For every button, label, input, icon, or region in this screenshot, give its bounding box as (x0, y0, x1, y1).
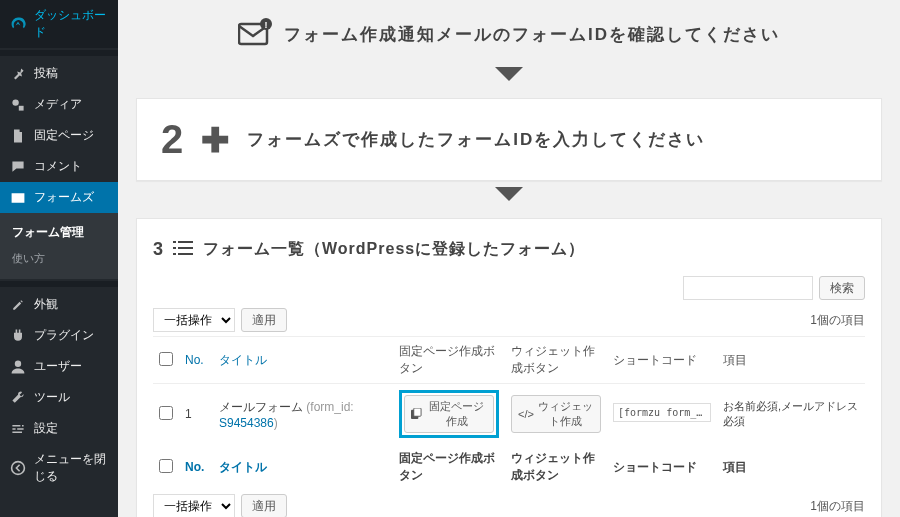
apply-button-bottom[interactable]: 適用 (241, 494, 287, 517)
col-fixed-btn: 固定ページ作成ボタン (393, 337, 505, 384)
submenu-item-howto[interactable]: 使い方 (0, 246, 118, 271)
sliders-icon (10, 421, 26, 437)
sidebar-item-media[interactable]: メディア (0, 89, 118, 120)
row-no: 1 (179, 384, 213, 445)
col-widget-btn: ウィジェット作成ボタン (505, 337, 607, 384)
table-header-row: No. タイトル 固定ページ作成ボタン ウィジェット作成ボタン ショートコード … (153, 337, 865, 384)
row-title-cell: メールフォーム (form_id: S9454386) (213, 384, 393, 445)
sidebar-label: 投稿 (34, 65, 58, 82)
bulk-action-select-bottom[interactable]: 一括操作 (153, 494, 235, 517)
step3-panel: 3 フォーム一覧（WordPressに登録したフォーム） 検索 一括操作 適用 … (136, 218, 882, 517)
copy-icon (411, 408, 422, 421)
step2-panel: 2 ✚ フォームズで作成したフォームIDを入力してください (136, 98, 882, 181)
select-all-checkbox-bottom[interactable] (159, 459, 173, 473)
step3-heading: 3 フォーム一覧（WordPressに登録したフォーム） (153, 233, 865, 272)
row-checkbox[interactable] (159, 406, 173, 420)
main-content: ! フォーム作成通知メールのフォームIDを確認してください 2 ✚ フォームズで… (118, 0, 900, 517)
form-id-close: ) (274, 416, 278, 430)
step3-number: 3 (153, 239, 163, 260)
sidebar-label: 設定 (34, 420, 58, 437)
sidebar-item-settings[interactable]: 設定 (0, 413, 118, 444)
sidebar-item-plugins[interactable]: プラグイン (0, 320, 118, 351)
col-shortcode: ショートコード (607, 444, 717, 490)
svg-rect-15 (414, 408, 421, 416)
step2-number: 2 (161, 117, 183, 162)
code-icon: </> (518, 408, 534, 420)
brush-icon (10, 297, 26, 313)
form-id-label: (form_id: (306, 400, 353, 414)
list-icon (173, 240, 193, 259)
sidebar-label: ユーザー (34, 358, 82, 375)
step2-title: フォームズで作成したフォームIDを入力してください (247, 128, 705, 151)
sidebar-label: メニューを閉じる (34, 451, 108, 485)
plug-icon (10, 328, 26, 344)
col-no[interactable]: No. (179, 444, 213, 490)
sidebar-item-users[interactable]: ユーザー (0, 351, 118, 382)
apply-button[interactable]: 適用 (241, 308, 287, 332)
envelope-alert-icon: ! (238, 18, 272, 51)
svg-rect-12 (173, 253, 176, 255)
bulk-action-select[interactable]: 一括操作 (153, 308, 235, 332)
step3-title: フォーム一覧（WordPressに登録したフォーム） (203, 239, 585, 260)
comment-icon (10, 159, 26, 175)
create-fixed-page-button[interactable]: 固定ページ作成 (404, 395, 494, 433)
sidebar-label: 外観 (34, 296, 58, 313)
search-row: 検索 (153, 272, 865, 304)
wrench-icon (10, 390, 26, 406)
sidebar-label: ダッシュボード (34, 7, 108, 41)
sidebar-label: プラグイン (34, 327, 94, 344)
search-button[interactable]: 検索 (819, 276, 865, 300)
create-widget-button[interactable]: </> ウィジェット作成 (511, 395, 601, 433)
col-title[interactable]: タイトル (213, 337, 393, 384)
sidebar-label: ツール (34, 389, 70, 406)
item-count: 1個の項目 (810, 312, 865, 329)
search-input[interactable] (683, 276, 813, 300)
bulk-actions-top: 一括操作 適用 1個の項目 (153, 304, 865, 336)
highlight-box: 固定ページ作成 (399, 390, 499, 438)
down-arrow (136, 61, 882, 98)
sidebar-item-collapse[interactable]: メニューを閉じる (0, 444, 118, 492)
svg-rect-10 (173, 247, 176, 249)
btn-label: ウィジェット作成 (538, 399, 594, 429)
step1-title: フォーム作成通知メールのフォームIDを確認してください (284, 23, 780, 46)
col-title[interactable]: タイトル (213, 444, 393, 490)
mail-icon (10, 190, 26, 206)
shortcode-text[interactable]: [formzu form_id="S9 (613, 403, 711, 422)
bulk-actions-bottom: 一括操作 適用 1個の項目 (153, 490, 865, 517)
svg-rect-8 (173, 241, 176, 243)
separator (0, 50, 118, 56)
col-fixed-btn: 固定ページ作成ボタン (393, 444, 505, 490)
col-shortcode: ショートコード (607, 337, 717, 384)
svg-point-0 (12, 99, 18, 105)
svg-marker-6 (495, 67, 523, 81)
sidebar-item-dashboard[interactable]: ダッシュボード (0, 0, 118, 48)
separator (0, 281, 118, 287)
row-title: メールフォーム (219, 400, 303, 414)
sidebar-item-forms[interactable]: フォームズ (0, 182, 118, 213)
admin-sidebar: ダッシュボード 投稿 メディア 固定ページ コメント フォームズ フォーム管理 … (0, 0, 118, 517)
forms-table: No. タイトル 固定ページ作成ボタン ウィジェット作成ボタン ショートコード … (153, 336, 865, 490)
col-no[interactable]: No. (179, 337, 213, 384)
sidebar-item-posts[interactable]: 投稿 (0, 58, 118, 89)
sidebar-item-comments[interactable]: コメント (0, 151, 118, 182)
table-row: 1 メールフォーム (form_id: S9454386) 固定ページ作成 (153, 384, 865, 445)
table-footer-row: No. タイトル 固定ページ作成ボタン ウィジェット作成ボタン ショートコード … (153, 444, 865, 490)
sidebar-item-pages[interactable]: 固定ページ (0, 120, 118, 151)
sidebar-item-tools[interactable]: ツール (0, 382, 118, 413)
sidebar-item-appearance[interactable]: 外観 (0, 289, 118, 320)
sidebar-label: 固定ページ (34, 127, 94, 144)
svg-point-2 (12, 462, 25, 475)
svg-point-1 (15, 360, 21, 366)
page-icon (10, 128, 26, 144)
svg-rect-13 (178, 253, 193, 255)
item-count-bottom: 1個の項目 (810, 498, 865, 515)
form-id-link[interactable]: S9454386 (219, 416, 274, 430)
user-icon (10, 359, 26, 375)
svg-rect-11 (178, 247, 193, 249)
step1-header: ! フォーム作成通知メールのフォームIDを確認してください (136, 0, 882, 61)
btn-label: 固定ページ作成 (426, 399, 487, 429)
select-all-checkbox[interactable] (159, 352, 173, 366)
row-shortcode-cell: [formzu form_id="S9 (607, 384, 717, 445)
submenu-item-manage[interactable]: フォーム管理 (0, 219, 118, 246)
col-items: 項目 (717, 337, 865, 384)
